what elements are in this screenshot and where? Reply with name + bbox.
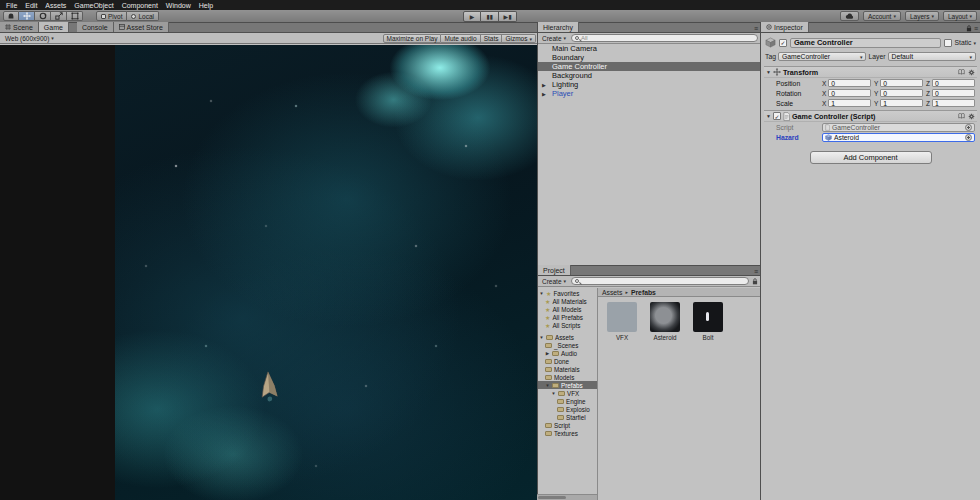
tab-hierarchy[interactable]: Hierarchy bbox=[538, 22, 579, 32]
transform-header[interactable]: ▼ Transform bbox=[764, 67, 977, 78]
project-create-dropdown[interactable]: Create ▾ bbox=[540, 278, 568, 285]
help-book-icon[interactable] bbox=[958, 69, 965, 75]
rect-tool-button[interactable] bbox=[67, 11, 83, 21]
layer-dropdown[interactable]: Default ▾ bbox=[888, 52, 977, 61]
folder-materials[interactable]: Materials bbox=[538, 365, 597, 373]
foldout-icon[interactable]: ▼ bbox=[539, 291, 544, 296]
rotation-y-field[interactable]: 0 bbox=[880, 89, 923, 97]
menu-help[interactable]: Help bbox=[195, 2, 217, 9]
hazard-object-field[interactable]: Asteroid bbox=[822, 133, 975, 142]
pause-button[interactable]: ▮▮ bbox=[481, 11, 499, 22]
add-component-button[interactable]: Add Component bbox=[810, 151, 932, 164]
hierarchy-item-boundary[interactable]: Boundary bbox=[538, 53, 760, 62]
gizmos-dropdown[interactable]: Gizmos ▾ bbox=[502, 34, 536, 43]
horizontal-scrollbar[interactable] bbox=[537, 494, 597, 500]
help-book-icon[interactable] bbox=[958, 113, 965, 119]
foldout-icon[interactable]: ▶ bbox=[545, 351, 550, 356]
layout-dropdown[interactable]: Layout ▾ bbox=[943, 11, 977, 21]
tab-game[interactable]: Game bbox=[39, 22, 69, 32]
play-button[interactable]: ▶ bbox=[463, 11, 481, 22]
folder-engine[interactable]: Engine bbox=[538, 397, 597, 405]
menu-assets[interactable]: Assets bbox=[41, 2, 70, 9]
breadcrumb-current[interactable]: Prefabs bbox=[631, 289, 656, 296]
asset-item-vfx[interactable]: VFX bbox=[604, 302, 640, 341]
menu-component[interactable]: Component bbox=[118, 2, 162, 9]
foldout-icon[interactable]: ▶ bbox=[542, 82, 546, 88]
foldout-icon[interactable]: ▼ bbox=[766, 69, 771, 75]
menu-window[interactable]: Window bbox=[162, 2, 195, 9]
project-search-input[interactable] bbox=[571, 277, 749, 285]
folder-done[interactable]: Done bbox=[538, 357, 597, 365]
favorite-all-prefabs[interactable]: ★All Prefabs bbox=[538, 313, 597, 321]
static-toggle[interactable]: Static ▾ bbox=[944, 39, 976, 47]
menu-file[interactable]: File bbox=[2, 2, 21, 9]
scale-x-field[interactable]: 1 bbox=[828, 99, 871, 107]
tab-asset-store[interactable]: Asset Store bbox=[114, 22, 169, 32]
aspect-ratio-dropdown[interactable]: Web (600x900) ▾ bbox=[2, 34, 57, 42]
stats-button[interactable]: Stats bbox=[481, 34, 503, 43]
gameobject-name-field[interactable]: Game Controller bbox=[790, 38, 941, 48]
active-checkbox[interactable]: ✓ bbox=[779, 39, 787, 47]
hierarchy-create-dropdown[interactable]: Create ▾ bbox=[540, 35, 568, 42]
collab-cloud-button[interactable] bbox=[840, 11, 859, 21]
foldout-icon[interactable]: ▼ bbox=[545, 383, 550, 388]
hierarchy-item-lighting[interactable]: ▶ Lighting bbox=[538, 80, 760, 89]
account-dropdown[interactable]: Account ▾ bbox=[863, 11, 901, 21]
hierarchy-item-background[interactable]: Background bbox=[538, 71, 760, 80]
position-z-field[interactable]: 0 bbox=[932, 79, 975, 87]
gear-icon[interactable] bbox=[968, 113, 975, 120]
foldout-icon[interactable]: ▶ bbox=[542, 91, 546, 97]
hierarchy-item-player[interactable]: ▶ Player bbox=[538, 89, 760, 98]
hierarchy-item-game-controller[interactable]: Game Controller bbox=[538, 62, 760, 71]
tab-scene[interactable]: Scene bbox=[0, 22, 39, 32]
folder-audio[interactable]: ▶Audio bbox=[538, 349, 597, 357]
script-component-header[interactable]: ▼ ✓ Game Controller (Script) bbox=[764, 111, 977, 122]
local-toggle-button[interactable]: Local bbox=[127, 11, 159, 21]
folder-script[interactable]: Script bbox=[538, 421, 597, 429]
lock-icon[interactable] bbox=[966, 25, 972, 32]
hierarchy-item-main-camera[interactable]: Main Camera bbox=[538, 44, 760, 53]
layers-dropdown[interactable]: Layers ▾ bbox=[905, 11, 939, 21]
folder-scenes[interactable]: _Scenes bbox=[538, 341, 597, 349]
favorite-all-scripts[interactable]: ★All Scripts bbox=[538, 321, 597, 329]
hierarchy-search-input[interactable]: All bbox=[571, 34, 758, 42]
component-enabled-checkbox[interactable]: ✓ bbox=[773, 112, 781, 120]
folder-starfiel[interactable]: Starfiel bbox=[538, 413, 597, 421]
asset-item-asteroid[interactable]: Asteroid bbox=[647, 302, 683, 341]
asset-item-bolt[interactable]: Bolt bbox=[690, 302, 726, 341]
move-tool-button[interactable] bbox=[19, 11, 35, 21]
rotate-tool-button[interactable] bbox=[35, 11, 51, 21]
folder-models[interactable]: Models bbox=[538, 373, 597, 381]
script-object-field[interactable]: GameController bbox=[822, 123, 975, 132]
foldout-icon[interactable]: ▼ bbox=[551, 391, 556, 396]
favorite-all-models[interactable]: ★All Models bbox=[538, 305, 597, 313]
folder-prefabs[interactable]: ▼Prefabs bbox=[538, 381, 597, 389]
panel-menu-icon[interactable]: ≡ bbox=[974, 25, 978, 32]
favorites-root[interactable]: ▼ ★ Favorites bbox=[538, 289, 597, 297]
static-checkbox[interactable] bbox=[944, 39, 952, 47]
maximize-on-play-button[interactable]: Maximize on Play bbox=[383, 34, 442, 43]
scrollbar-thumb[interactable] bbox=[538, 496, 566, 499]
menu-edit[interactable]: Edit bbox=[21, 2, 41, 9]
rotation-z-field[interactable]: 0 bbox=[932, 89, 975, 97]
pivot-toggle-button[interactable]: Pivot bbox=[96, 11, 127, 21]
tab-project[interactable]: Project bbox=[538, 265, 571, 275]
rotation-x-field[interactable]: 0 bbox=[828, 89, 871, 97]
foldout-icon[interactable]: ▼ bbox=[539, 335, 544, 340]
tab-inspector[interactable]: Inspector bbox=[761, 22, 809, 32]
favorite-all-materials[interactable]: ★All Materials bbox=[538, 297, 597, 305]
scale-z-field[interactable]: 1 bbox=[932, 99, 975, 107]
menu-gameobject[interactable]: GameObject bbox=[70, 2, 117, 9]
tab-console[interactable]: Console bbox=[77, 22, 114, 32]
game-viewport[interactable] bbox=[0, 45, 537, 500]
hand-tool-button[interactable] bbox=[3, 11, 19, 21]
object-picker-icon[interactable] bbox=[965, 134, 972, 141]
step-button[interactable]: ▶▮ bbox=[499, 11, 517, 22]
lock-icon[interactable] bbox=[752, 278, 758, 285]
gear-icon[interactable] bbox=[968, 69, 975, 76]
folder-vfx[interactable]: ▼VFX bbox=[538, 389, 597, 397]
folder-textures[interactable]: Textures bbox=[538, 429, 597, 437]
position-x-field[interactable]: 0 bbox=[828, 79, 871, 87]
assets-root[interactable]: ▼ Assets bbox=[538, 333, 597, 341]
tag-dropdown[interactable]: GameController ▾ bbox=[778, 52, 867, 61]
